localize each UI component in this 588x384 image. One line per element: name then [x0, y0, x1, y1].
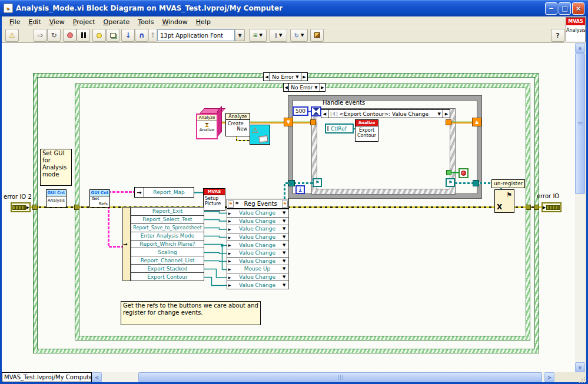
reg-event-row[interactable]: ▶Value Change▼ [227, 225, 289, 233]
vertical-scroll-thumb[interactable] [575, 53, 585, 194]
gui-get-refs-vi[interactable]: GUI Cnt Get Refs [89, 189, 110, 208]
case-selector-outer[interactable]: ◀ No Error▼ ▶ [263, 72, 308, 81]
case-dropdown-icon[interactable]: ▼ [314, 85, 317, 90]
vi-icon[interactable]: MVAS Analysis [566, 17, 586, 42]
unbundle-item[interactable]: Report_Which Plane? [131, 241, 204, 249]
case-tunnel[interactable] [74, 205, 79, 210]
next-event-icon[interactable]: ▶ [443, 110, 450, 118]
maximize-button[interactable]: □ [559, 2, 571, 15]
menu-tools[interactable]: Tools [134, 17, 158, 27]
unbundle-item[interactable]: Report_Exit [131, 207, 204, 216]
cleanup-diagram-button[interactable] [310, 29, 324, 42]
abort-button[interactable] [63, 29, 77, 42]
menu-file[interactable]: File [5, 17, 24, 27]
reg-event-row[interactable]: ▶Value Change▼ [227, 273, 289, 282]
unbundle-item[interactable]: Report_Channel_List [131, 256, 204, 265]
ctlref-constant[interactable]: CtlRef [325, 123, 354, 133]
scroll-left-icon[interactable]: < [92, 372, 102, 382]
prev-event-icon[interactable]: ◀ [321, 110, 328, 118]
help-button[interactable]: ? [551, 29, 564, 42]
reg-event-row[interactable]: ▶Mouse Up▼ [227, 265, 289, 273]
step-over-button[interactable]: ∩ [135, 29, 148, 42]
scroll-up-icon[interactable]: ∧ [575, 43, 585, 53]
scroll-right-icon[interactable]: > [544, 372, 554, 382]
report-map-unbundle[interactable]: → Report_Map [134, 187, 194, 198]
gui-analysis-vi[interactable]: GUI Cnt Analysis [46, 189, 67, 208]
align-objects-button[interactable]: ⊞▼ [249, 29, 267, 42]
dynamic-event-terminal-right[interactable]: ⚑ [446, 178, 455, 187]
unregister-events-vi[interactable]: X ⚑ [494, 189, 514, 213]
reg-event-row[interactable]: ▶Value Change▼ [227, 241, 289, 249]
unbundle-item[interactable]: Export Contour [131, 273, 204, 281]
event-dropdown-icon[interactable]: ▼ [438, 112, 441, 116]
reg-event-row[interactable]: ▶Value Change▼ [227, 233, 289, 242]
reg-event-row[interactable]: ▶Value Change▼ [227, 218, 289, 226]
pause-button[interactable] [77, 29, 90, 42]
error-in-terminal[interactable]: ▶ [11, 202, 31, 212]
event-structure[interactable] [312, 109, 455, 194]
unbundle-item[interactable]: Report_Select_Test [131, 216, 204, 224]
retain-wire-values-button[interactable] [106, 29, 119, 42]
unbundle-item[interactable]: Export Stacked [131, 265, 204, 273]
set-gui-comment[interactable]: Set GUI for Analysis mode [40, 149, 72, 186]
error-dialog-vi[interactable]: ⚠ [250, 125, 270, 145]
error-out-terminal[interactable]: ▶ [542, 202, 562, 212]
reg-tunnel-right[interactable] [473, 180, 479, 186]
create-new-vi[interactable]: Analyze Create New [225, 113, 250, 136]
export-contour-vi[interactable]: Analize Export Contour [355, 119, 378, 142]
horizontal-scroll-thumb[interactable] [138, 372, 542, 382]
reg-event-row[interactable]: ▶Value Change▼ [227, 209, 289, 218]
reg-event-row[interactable]: ▶Value Change▼ [227, 281, 289, 289]
horizontal-scrollbar[interactable] [102, 372, 544, 382]
menu-view[interactable]: View [45, 17, 69, 27]
iteration-terminal[interactable]: i [295, 185, 305, 194]
shift-register-left[interactable]: ▼ [284, 118, 293, 126]
minimize-button[interactable]: ─ [545, 2, 557, 15]
menu-operate[interactable]: Operate [99, 17, 134, 27]
boolean-tunnel[interactable] [446, 170, 451, 175]
timeout-constant[interactable]: 500 [293, 106, 308, 116]
prev-case-icon[interactable]: ◀ [264, 73, 270, 81]
case-dropdown-icon[interactable]: ▼ [295, 75, 298, 79]
shift-register-right[interactable]: ▲ [472, 118, 481, 126]
timeout-terminal[interactable] [311, 106, 321, 116]
unbundle-strip[interactable]: → [122, 207, 131, 281]
resize-grip[interactable] [558, 372, 586, 382]
handle-events-label[interactable]: Handle events [323, 99, 365, 106]
menu-project[interactable]: Project [69, 17, 99, 27]
font-selector[interactable]: 13pt Application Font [157, 29, 235, 41]
highlight-execution-button[interactable] [92, 29, 106, 42]
context-indicator[interactable]: MVAS_Test.lvproj/My Computer [2, 372, 92, 382]
reg-event-row[interactable]: ▶Value Change▼ [227, 249, 289, 258]
run-continuous-button[interactable]: ↻ [47, 29, 61, 42]
scroll-down-icon[interactable]: ∨ [575, 362, 585, 372]
unbundle-item[interactable]: Enter Analysis Mode [131, 232, 204, 241]
case-selector-inner[interactable]: ◀ No Error▼ ▶ [283, 83, 325, 92]
menu-window[interactable]: Window [158, 17, 191, 27]
menu-edit[interactable]: Edit [24, 17, 45, 27]
unregister-label[interactable]: un-register [491, 179, 525, 188]
event-tunnel-right[interactable] [446, 119, 451, 125]
run-button[interactable]: ⇨ [34, 29, 47, 42]
bottom-comment[interactable]: Get the refs to the buttons we care abou… [121, 301, 261, 325]
error-in-label[interactable]: error IO 2 [4, 193, 32, 200]
reorder-button[interactable]: ↻▼ [290, 29, 308, 42]
step-out-button[interactable]: ↑ [148, 29, 157, 42]
close-button[interactable]: × [572, 2, 584, 15]
analyze-class-constant[interactable]: Analyze Analize [196, 108, 222, 140]
case-tunnel[interactable] [534, 205, 539, 210]
unbundle-item[interactable]: Scaling [131, 248, 204, 256]
event-selector[interactable]: ◀ [4]<Export Contour>: Value Change▼ ▶ [321, 109, 450, 118]
reg-tunnel-left[interactable] [288, 180, 295, 186]
font-selector-arrow-icon[interactable]: ▼ [235, 29, 245, 41]
unbundle-item[interactable]: Report_Save_to_Spreadsheet [131, 224, 204, 232]
step-into-button[interactable]: ↓ [121, 29, 135, 42]
loop-condition-terminal[interactable] [459, 168, 469, 178]
prev-case-icon[interactable]: ◀ [284, 84, 289, 91]
vertical-scrollbar[interactable]: ∧ ∨ [575, 43, 585, 372]
distribute-objects-button[interactable]: ∥▼ [270, 29, 287, 42]
event-tunnel-left[interactable] [310, 119, 316, 125]
title-bar[interactable]: ▸ Analysis_Mode.vi Block Diagram on MVAS… [0, 0, 588, 16]
error-out-label[interactable]: error IO [537, 193, 559, 199]
reg-event-row[interactable]: ▶Value Change▼ [227, 258, 289, 266]
